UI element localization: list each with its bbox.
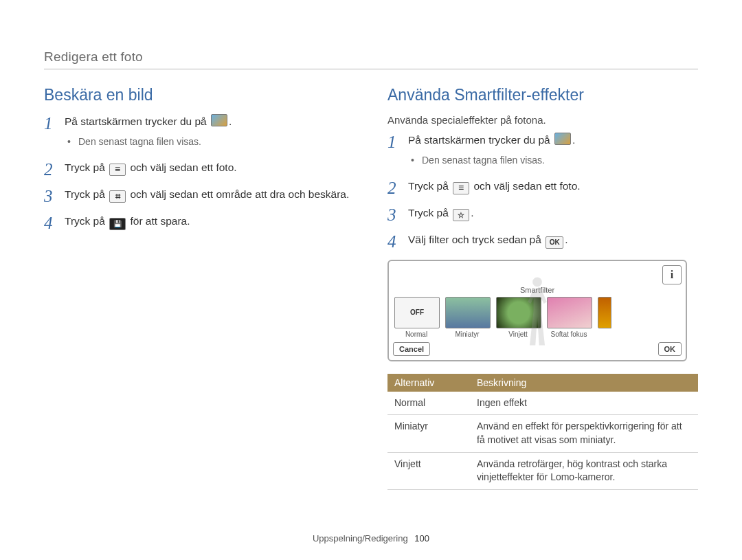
left-title: Beskära en bild bbox=[44, 86, 355, 104]
cell-desc: Använda retrofärger, hög kontrast och st… bbox=[470, 452, 698, 489]
left-step-1-sub: Den senast tagna filen visas. bbox=[67, 135, 355, 148]
th-alternativ: Alternativ bbox=[387, 374, 470, 392]
right-step-2: Tryck på och välj sedan ett foto. bbox=[387, 179, 698, 194]
step-text: På startskärmen trycker du på bbox=[65, 115, 210, 127]
thumb-image bbox=[547, 297, 592, 328]
ok-button[interactable]: OK bbox=[658, 342, 682, 356]
right-steps: På startskärmen trycker du på . Den sena… bbox=[387, 133, 698, 249]
filter-thumb-normal[interactable]: OFF Normal bbox=[394, 297, 438, 338]
options-table: Alternativ Beskrivning Normal Ingen effe… bbox=[387, 374, 698, 490]
table-row: Normal Ingen effekt bbox=[387, 392, 698, 415]
step-text: Välj filter och tryck sedan på bbox=[408, 234, 544, 245]
step-text-post: och välj sedan ett foto. bbox=[127, 161, 236, 173]
cell-desc: Använd en effekt för perspektivkorrigeri… bbox=[470, 415, 698, 452]
page-header: Redigera ett foto bbox=[44, 49, 698, 69]
thumb-caption: Normal bbox=[394, 331, 438, 338]
cell-option: Vinjett bbox=[387, 452, 470, 489]
cell-option: Normal bbox=[387, 392, 470, 415]
cell-desc: Ingen effekt bbox=[470, 392, 698, 415]
thumb-caption: Miniatyr bbox=[445, 331, 489, 338]
right-step-3: Tryck på . bbox=[387, 205, 698, 221]
menu-icon bbox=[109, 164, 126, 176]
right-step-1: På startskärmen trycker du på . Den sena… bbox=[387, 133, 698, 168]
cancel-button[interactable]: Cancel bbox=[393, 342, 430, 356]
left-column: Beskära en bild På startskärmen trycker … bbox=[44, 86, 355, 490]
table-row: Vinjett Använda retrofärger, hög kontras… bbox=[387, 452, 698, 489]
left-step-2: Tryck på och välj sedan ett foto. bbox=[44, 160, 355, 176]
filter-thumb-miniatyr[interactable]: Miniatyr bbox=[445, 297, 489, 338]
filter-thumbs: OFF Normal Miniatyr Vinjett Softat fokus bbox=[394, 297, 680, 338]
table-row: Miniatyr Använd en effekt för perspektiv… bbox=[387, 415, 698, 452]
filter-thumb-vinjett[interactable]: Vinjett bbox=[496, 297, 540, 338]
left-step-4: Tryck på för att spara. bbox=[44, 214, 355, 230]
thumb-caption: Softat fokus bbox=[547, 331, 591, 338]
right-step-4: Välj filter och tryck sedan på . bbox=[387, 232, 698, 249]
step-text-post: för att spara. bbox=[127, 215, 190, 227]
cell-option: Miniatyr bbox=[387, 415, 470, 452]
step-text-post: och välj sedan ett foto. bbox=[471, 180, 580, 192]
thumb-image bbox=[598, 297, 611, 328]
left-step-1: På startskärmen trycker du på . Den sena… bbox=[44, 114, 355, 149]
step-text: Tryck på bbox=[65, 188, 108, 200]
footer-section: Uppspelning/Redigering bbox=[313, 533, 408, 544]
left-steps: På startskärmen trycker du på . Den sena… bbox=[44, 114, 355, 230]
info-button[interactable]: i bbox=[662, 265, 682, 284]
smartfilter-label: Smartfilter bbox=[393, 286, 682, 294]
page-footer: Uppspelning/Redigering 100 bbox=[0, 533, 742, 544]
step-text-post: . bbox=[572, 134, 575, 146]
footer-page-number: 100 bbox=[414, 533, 429, 544]
filter-thumb-softat[interactable]: Softat fokus bbox=[547, 297, 591, 338]
thumb-image bbox=[496, 297, 541, 328]
left-step-3: Tryck på och välj sedan ett område att d… bbox=[44, 187, 355, 203]
thumb-caption: Vinjett bbox=[496, 331, 540, 338]
right-title: Använda Smartfilter-effekter bbox=[387, 86, 698, 104]
columns: Beskära en bild På startskärmen trycker … bbox=[44, 86, 698, 490]
menu-icon bbox=[453, 182, 469, 194]
step-text: Tryck på bbox=[65, 215, 108, 227]
step-text-post: . bbox=[565, 234, 567, 245]
thumb-image bbox=[445, 297, 491, 328]
step-text: Tryck på bbox=[408, 207, 451, 219]
right-step-1-sub: Den senast tagna filen visas. bbox=[411, 153, 698, 167]
save-icon bbox=[109, 218, 126, 230]
crop-icon bbox=[109, 190, 126, 203]
off-icon: OFF bbox=[394, 297, 440, 328]
step-text-post: . bbox=[229, 115, 232, 127]
step-text-post: . bbox=[471, 207, 473, 219]
right-column: Använda Smartfilter-effekter Använda spe… bbox=[387, 86, 698, 490]
step-text-post: och välj sedan ett område att dra och be… bbox=[127, 188, 349, 200]
step-text: Tryck på bbox=[408, 180, 451, 192]
smartfilter-preview: i Smartfilter OFF Normal Miniatyr Vinjet… bbox=[387, 260, 687, 361]
smartfilter-icon bbox=[453, 209, 469, 221]
filter-thumb-more[interactable] bbox=[598, 297, 611, 328]
right-intro: Använda specialeffekter på fotona. bbox=[387, 114, 698, 126]
gallery-icon bbox=[554, 133, 571, 145]
step-text: På startskärmen trycker du på bbox=[408, 134, 553, 146]
step-text: Tryck på bbox=[65, 161, 108, 173]
th-beskrivning: Beskrivning bbox=[470, 374, 698, 392]
ok-icon bbox=[546, 236, 563, 249]
gallery-icon bbox=[211, 114, 227, 126]
